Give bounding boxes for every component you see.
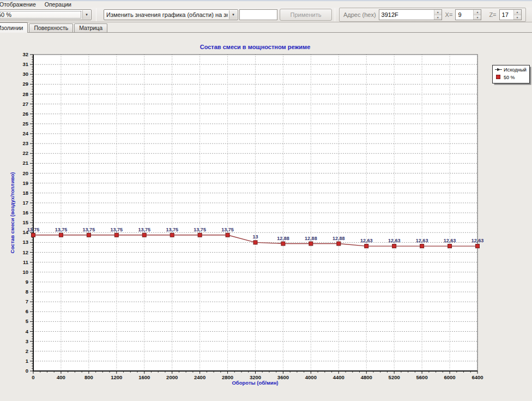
data-point-marker[interactable]: [170, 233, 174, 237]
data-point-marker[interactable]: [32, 233, 35, 237]
y-tick-label: 31: [22, 61, 28, 67]
spin-down-icon[interactable]: ▼: [434, 15, 442, 20]
y-tick-label: 5: [26, 318, 29, 324]
data-point-label: 13,75: [138, 227, 150, 232]
data-point-label: 13,75: [55, 227, 68, 232]
tab-isolines[interactable]: Изолинии: [0, 22, 28, 33]
data-point-marker[interactable]: [198, 233, 202, 237]
data-point-marker[interactable]: [253, 241, 257, 244]
data-point-marker[interactable]: [114, 233, 118, 237]
data-point-marker[interactable]: [337, 242, 341, 246]
data-point-label: 12,63: [416, 238, 428, 243]
x-tick-label: 5200: [389, 374, 400, 380]
y-tick-label: 7: [26, 298, 28, 304]
chart-title: Состав смеси в мощностном режиме: [200, 44, 311, 50]
y-tick-label: 24: [22, 130, 28, 136]
data-point-label: 12,63: [388, 238, 401, 243]
data-point-marker[interactable]: [87, 233, 90, 237]
y-tick-label: 0: [26, 368, 28, 374]
data-point-marker[interactable]: [420, 244, 424, 248]
legend-label: Исходный: [504, 67, 527, 73]
x-tick-label: 4000: [305, 374, 317, 380]
spin-up-icon[interactable]: ▲: [514, 10, 521, 15]
value-input[interactable]: [239, 9, 277, 20]
toolbar-separator: [335, 8, 335, 21]
spinner-buttons: ▲ ▼: [513, 10, 521, 20]
legend-item[interactable]: 50 %: [497, 75, 515, 80]
spinner-buttons: ▲ ▼: [434, 10, 442, 20]
data-point-marker[interactable]: [59, 233, 63, 237]
y-tick-label: 28: [22, 91, 28, 97]
spin-up-icon[interactable]: ▲: [474, 10, 481, 15]
y-tick-label: 22: [22, 150, 28, 156]
y-tick-label: 1: [26, 358, 29, 364]
y-tick-label: 2: [26, 348, 28, 354]
y-tick-label: 18: [22, 190, 28, 196]
z-value[interactable]: 17: [500, 10, 513, 20]
address-value[interactable]: 3912F: [379, 10, 434, 20]
y-tick-label: 27: [22, 101, 28, 107]
menu-operations[interactable]: Операции: [40, 1, 76, 8]
data-point-label: 13,75: [194, 227, 206, 232]
series-select[interactable]: 50 % ▼: [0, 9, 92, 20]
y-tick-label: 29: [22, 81, 28, 87]
x-tick-label: 4400: [333, 374, 344, 380]
y-tick-label: 9: [26, 279, 28, 285]
x-tick-label: 1200: [111, 374, 122, 380]
y-tick-label: 23: [22, 140, 28, 146]
y-tick-label: 17: [22, 200, 28, 206]
data-point-marker[interactable]: [476, 244, 480, 248]
data-point-marker[interactable]: [448, 244, 452, 248]
y-tick-label: 12: [22, 249, 28, 255]
x-spinner[interactable]: 9 ▲ ▼: [455, 9, 481, 20]
legend-label: 50 %: [504, 75, 515, 80]
y-tick-label: 25: [22, 121, 28, 127]
apply-button[interactable]: Применить: [280, 9, 332, 21]
spinner-buttons: ▲ ▼: [473, 10, 481, 20]
x-tick-label: 400: [57, 374, 65, 380]
data-point-marker[interactable]: [226, 233, 229, 237]
data-point-marker[interactable]: [392, 244, 396, 248]
operation-select[interactable]: Изменить значения графика (области) на з…: [104, 9, 238, 20]
menu-view[interactable]: Отображение: [0, 1, 40, 8]
data-point-label: 13,75: [83, 227, 95, 232]
spin-up-icon[interactable]: ▲: [434, 10, 442, 15]
data-point-marker[interactable]: [365, 244, 368, 248]
operation-select-value: Изменить значения графика (области) на з…: [106, 11, 228, 18]
x-tick-label: 6000: [444, 374, 455, 380]
y-tick-label: 4: [26, 328, 29, 334]
x-tick-label: 2400: [194, 374, 205, 380]
data-point-label: 12,88: [332, 236, 345, 241]
data-point-label: 13,75: [221, 227, 234, 232]
chevron-down-icon[interactable]: ▼: [229, 10, 237, 19]
x-tick-label: 6400: [471, 374, 483, 380]
address-group: Адрес (hex) 3912F ▲ ▼ X= 9 ▲ ▼ Z= 17 ▲ ▼: [339, 8, 526, 22]
data-point-label: 13,75: [111, 227, 123, 232]
data-point-label: 12,88: [305, 236, 317, 241]
y-tick-label: 11: [23, 259, 29, 265]
data-point-label: 12,63: [444, 238, 456, 243]
tab-surface[interactable]: Поверхность: [29, 23, 73, 32]
address-label: Адрес (hex): [343, 11, 376, 18]
z-spinner[interactable]: 17 ▲ ▼: [499, 9, 522, 20]
y-tick-label: 15: [22, 219, 28, 225]
y-tick-label: 19: [22, 180, 28, 186]
tab-strip: Изолинии Поверхность Матрица: [0, 22, 532, 33]
x-axis-title: Обороты (об/мин): [232, 380, 278, 386]
chevron-down-icon[interactable]: ▼: [82, 10, 90, 19]
data-point-label: 13: [252, 234, 258, 240]
spin-down-icon[interactable]: ▼: [474, 15, 481, 20]
address-spinner[interactable]: 3912F ▲ ▼: [379, 9, 442, 20]
y-tick-label: 16: [22, 210, 28, 216]
data-point-marker[interactable]: [142, 233, 146, 237]
x-value[interactable]: 9: [456, 10, 473, 20]
chart-panel: 0400800120016002000240028003200360040004…: [0, 33, 532, 401]
y-tick-label: 32: [22, 51, 28, 57]
menu-bar: Отображение Операции: [0, 1, 532, 8]
data-point-marker[interactable]: [309, 242, 313, 246]
spin-down-icon[interactable]: ▼: [514, 15, 521, 20]
tab-matrix[interactable]: Матрица: [74, 23, 107, 32]
data-point-marker[interactable]: [281, 242, 285, 246]
y-tick-label: 8: [26, 289, 28, 295]
chart-canvas: 0400800120016002000240028003200360040004…: [0, 33, 532, 401]
